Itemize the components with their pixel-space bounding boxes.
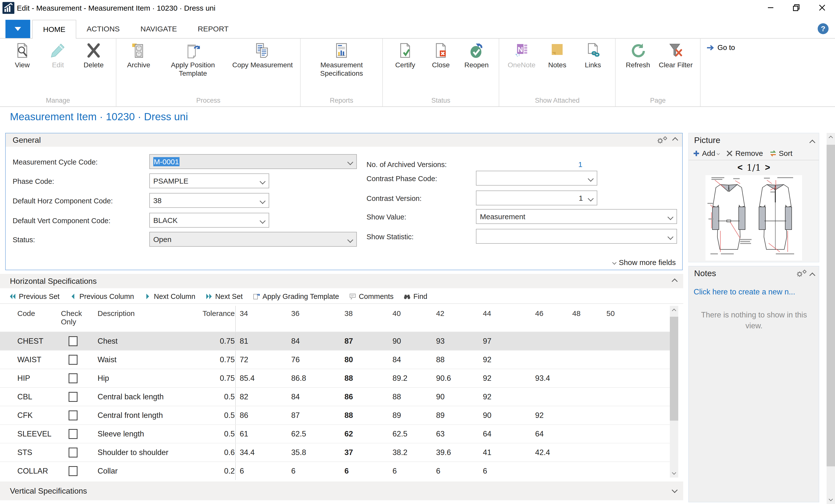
column-header-42[interactable]: 42 <box>432 306 479 332</box>
check-only-checkbox[interactable] <box>68 373 78 383</box>
collapse-horizontal-specifications-icon[interactable] <box>672 278 677 284</box>
row-size-34[interactable]: 86 <box>235 406 287 424</box>
row-size-46[interactable]: 92 <box>531 406 568 424</box>
row-size-40[interactable]: 89 <box>389 406 432 424</box>
table-row-chest[interactable]: CHESTChest0.75818487909397 <box>0 332 670 350</box>
row-size-40[interactable]: 89.2 <box>389 369 432 387</box>
row-size-46[interactable]: 64 <box>531 425 568 443</box>
picture-remove-button[interactable]: Remove <box>726 149 763 158</box>
previous-set-button[interactable]: Previous Set <box>9 292 59 301</box>
table-row-waist[interactable]: WAISTWaist0.75727680848892 <box>0 350 670 369</box>
row-size-50[interactable] <box>603 425 636 443</box>
refresh-button[interactable]: Refresh <box>623 43 653 69</box>
comments-button[interactable]: Comments <box>349 292 393 301</box>
row-size-36[interactable]: 84 <box>287 388 341 406</box>
row-size-38[interactable]: 88 <box>341 406 389 424</box>
row-size-36[interactable]: 87 <box>287 406 341 424</box>
dropdown-icon[interactable] <box>260 218 265 224</box>
page-scrollbar-thumb[interactable] <box>827 145 835 466</box>
row-size-46[interactable] <box>531 351 568 369</box>
row-size-36[interactable]: 62.5 <box>287 425 341 443</box>
collapse-general-icon[interactable] <box>672 137 678 143</box>
delete-button[interactable]: Delete <box>79 43 108 69</box>
row-size-50[interactable] <box>603 369 636 387</box>
table-scrollbar-thumb[interactable] <box>670 317 678 421</box>
next-column-button[interactable]: Next Column <box>144 292 196 301</box>
notes-button[interactable]: Notes <box>542 43 572 69</box>
table-row-collar[interactable]: COLLARCollar0.2666666 <box>0 461 670 480</box>
row-size-50[interactable] <box>603 443 636 461</box>
check-only-checkbox[interactable] <box>68 355 78 365</box>
table-row-cbl[interactable]: CBLCentral back length0.5828486889092 <box>0 387 670 406</box>
page-scroll-up-icon[interactable] <box>829 136 833 140</box>
row-size-42[interactable]: 63 <box>432 425 479 443</box>
row-size-40[interactable]: 88 <box>389 388 432 406</box>
row-size-40[interactable]: 84 <box>389 351 432 369</box>
row-size-48[interactable] <box>568 443 603 461</box>
row-size-44[interactable]: 41 <box>479 443 531 461</box>
links-button[interactable]: Links <box>578 43 608 69</box>
row-size-40[interactable]: 62.5 <box>389 425 432 443</box>
row-size-48[interactable] <box>568 332 603 350</box>
row-size-38[interactable]: 80 <box>341 351 389 369</box>
check-only-checkbox[interactable] <box>68 336 78 346</box>
row-size-36[interactable]: 86.8 <box>287 369 341 387</box>
measurement-specifications-button[interactable]: Measurement Specifications <box>308 43 375 78</box>
row-size-46[interactable] <box>531 462 568 480</box>
row-size-50[interactable] <box>603 351 636 369</box>
row-size-36[interactable]: 84 <box>287 332 341 350</box>
row-size-44[interactable]: 92 <box>479 369 531 387</box>
row-size-36[interactable]: 6 <box>287 462 341 480</box>
table-row-sts[interactable]: STSShoulder to shoulder0.634.435.83738.2… <box>0 443 670 461</box>
table-row-sleevel[interactable]: SLEEVELSleeve length0.56162.56262.563646… <box>0 424 670 443</box>
restore-button[interactable] <box>783 0 809 15</box>
actions-gear-icon[interactable] <box>656 136 669 144</box>
row-size-46[interactable] <box>531 332 568 350</box>
minimize-button[interactable] <box>758 0 783 15</box>
previous-picture-button[interactable]: < <box>737 162 742 173</box>
next-set-button[interactable]: Next Set <box>205 292 243 301</box>
page-scrollbar[interactable] <box>827 133 835 504</box>
row-size-38[interactable]: 88 <box>341 369 389 387</box>
row-size-38[interactable]: 37 <box>341 443 389 461</box>
column-header-check-only[interactable]: Check Only <box>57 306 89 332</box>
column-header-40[interactable]: 40 <box>389 306 432 332</box>
tab-home[interactable]: HOME <box>32 20 76 39</box>
copy-measurement-button[interactable]: Copy Measurement <box>232 43 293 78</box>
row-size-50[interactable] <box>603 388 636 406</box>
row-size-42[interactable]: 88 <box>432 351 479 369</box>
go-to-button[interactable]: Go to <box>707 44 735 52</box>
column-header-34[interactable]: 34 <box>235 306 287 332</box>
row-size-34[interactable]: 34.4 <box>235 443 287 461</box>
check-only-checkbox[interactable] <box>68 466 78 476</box>
row-size-44[interactable]: 64 <box>479 425 531 443</box>
row-size-50[interactable] <box>603 406 636 424</box>
previous-column-button[interactable]: Previous Column <box>69 292 134 301</box>
close-button[interactable] <box>809 0 835 15</box>
field-default-vert-component-code[interactable]: BLACK <box>149 213 269 228</box>
dropdown-icon[interactable] <box>588 176 594 182</box>
apply-grading-template-button[interactable]: Apply Grading Template <box>252 292 339 301</box>
row-size-48[interactable] <box>568 425 603 443</box>
check-only-checkbox[interactable] <box>68 411 78 420</box>
row-size-48[interactable] <box>568 462 603 480</box>
field-no-of-archived-versions[interactable]: 1 <box>476 156 583 172</box>
column-header-description[interactable]: Description <box>89 306 208 332</box>
scroll-down-icon[interactable] <box>672 470 676 475</box>
row-size-46[interactable]: 93.4 <box>531 369 568 387</box>
field-show-value[interactable]: Measurement <box>476 209 677 224</box>
vertical-specifications-header[interactable]: Vertical Specifications <box>0 482 683 500</box>
tab-report[interactable]: REPORT <box>187 20 239 38</box>
row-size-48[interactable] <box>568 406 603 424</box>
reopen-button[interactable]: Reopen <box>462 43 491 69</box>
dropdown-icon[interactable] <box>588 195 594 202</box>
field-contrast-phase-code[interactable] <box>476 171 597 186</box>
row-size-40[interactable]: 90 <box>389 332 432 350</box>
row-size-44[interactable]: 92 <box>479 388 531 406</box>
row-size-36[interactable]: 76 <box>287 351 341 369</box>
collapse-notes-icon[interactable] <box>809 272 815 278</box>
clear-filter-button[interactable]: Clear Filter <box>659 43 693 69</box>
next-picture-button[interactable]: > <box>765 162 770 173</box>
close-button[interactable]: Close <box>426 43 456 69</box>
row-size-42[interactable]: 39.6 <box>432 443 479 461</box>
